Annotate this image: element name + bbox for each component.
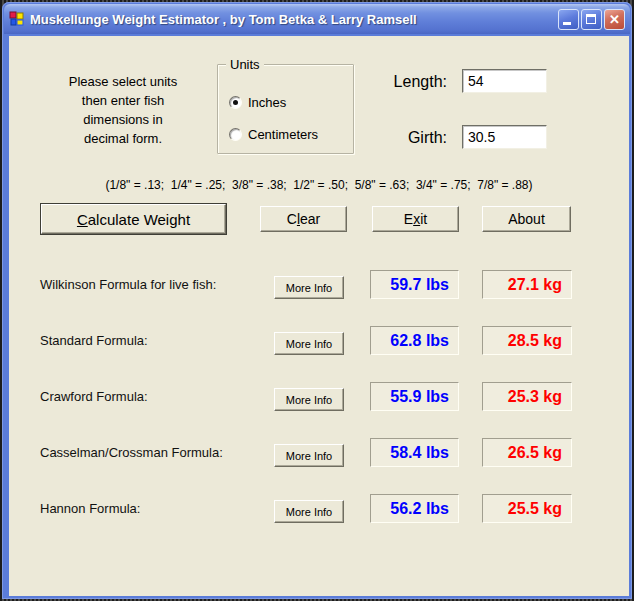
about-button[interactable]: About (482, 206, 571, 232)
girth-input[interactable] (462, 125, 547, 149)
formula-label: Wilkinson Formula for live fish: (40, 270, 270, 299)
formula-label: Casselman/Crossman Formula: (40, 438, 270, 467)
radio-row-centimeters[interactable]: Centimeters (229, 127, 318, 142)
form-client-area: Please select units then enter fish dime… (9, 36, 629, 596)
more-info-button[interactable]: More Info (274, 444, 344, 467)
instructions-text: Please select units then enter fish dime… (31, 72, 215, 148)
maximize-icon (586, 14, 596, 24)
lbs-value: 55.9 lbs (370, 382, 459, 411)
length-label: Length: (364, 73, 447, 91)
close-button[interactable]: ✕ (604, 9, 625, 30)
formula-label: Crawford Formula: (40, 382, 270, 411)
more-info-button[interactable]: More Info (274, 388, 344, 411)
window-title: Muskellunge Weight Estimator , by Tom Be… (30, 12, 558, 27)
title-bar: Muskellunge Weight Estimator , by Tom Be… (4, 4, 630, 34)
units-groupbox: Units Inches Centimeters (217, 64, 354, 154)
radio-centimeters[interactable] (229, 128, 242, 141)
kg-value: 27.1 kg (482, 270, 572, 299)
formula-label: Hannon Formula: (40, 494, 270, 523)
maximize-button[interactable] (581, 9, 602, 30)
kg-value: 25.3 kg (482, 382, 572, 411)
girth-label: Girth: (364, 129, 447, 147)
lbs-value: 58.4 lbs (370, 438, 459, 467)
more-info-button[interactable]: More Info (274, 332, 344, 355)
window-controls: ✕ (558, 9, 625, 30)
length-input[interactable] (462, 69, 547, 93)
radio-centimeters-label: Centimeters (248, 127, 318, 142)
calculate-weight-button[interactable]: Calculate Weight (41, 204, 226, 234)
kg-value: 28.5 kg (482, 326, 572, 355)
app-icon (9, 11, 25, 27)
minimize-button[interactable] (558, 9, 579, 30)
kg-value: 26.5 kg (482, 438, 572, 467)
screen: { "window": { "title": "Muskellunge Weig… (0, 0, 634, 601)
radio-row-inches[interactable]: Inches (229, 95, 286, 110)
lbs-value: 59.7 lbs (370, 270, 459, 299)
radio-inches[interactable] (229, 96, 242, 109)
more-info-button[interactable]: More Info (274, 500, 344, 523)
close-icon: ✕ (609, 12, 620, 27)
app-window: Muskellunge Weight Estimator , by Tom Be… (2, 2, 632, 599)
units-groupbox-legend: Units (226, 57, 264, 72)
lbs-value: 62.8 lbs (370, 326, 459, 355)
lbs-value: 56.2 lbs (370, 494, 459, 523)
exit-button[interactable]: Exit (372, 206, 459, 232)
minimize-icon (563, 22, 571, 25)
more-info-button[interactable]: More Info (274, 276, 344, 299)
radio-inches-label: Inches (248, 95, 286, 110)
clear-button[interactable]: Clear (260, 206, 347, 232)
formula-label: Standard Formula: (40, 326, 270, 355)
fraction-conversion-note: (1/8" = .13; 1/4" = .25; 3/8" = .38; 1/2… (9, 178, 629, 192)
kg-value: 25.5 kg (482, 494, 572, 523)
